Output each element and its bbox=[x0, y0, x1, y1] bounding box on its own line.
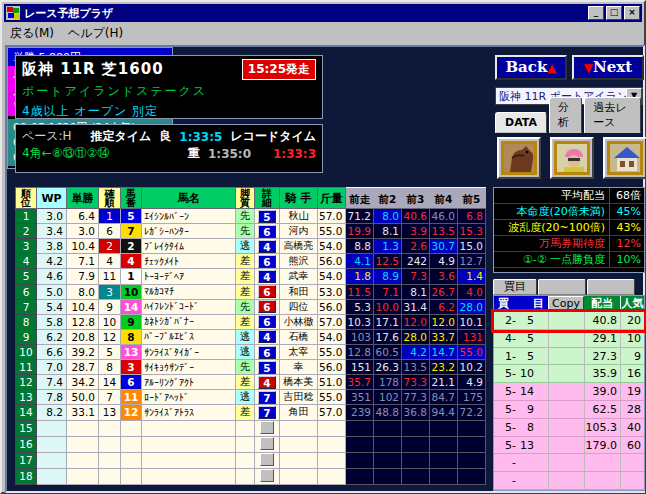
jockey-cell bbox=[280, 420, 318, 436]
tab-kaime[interactable]: 買目 bbox=[493, 279, 537, 295]
stats-row-3: 万馬券期待度12% bbox=[494, 236, 644, 252]
table-row[interactable]: 106.639.2513ｻﾝﾗｲｽﾞﾀｲｶﾞｰ逃6太宰55.012.860.54… bbox=[16, 344, 486, 359]
tab-blank-1[interactable] bbox=[538, 279, 586, 295]
bet-row[interactable]: 5-1035.916 bbox=[494, 365, 644, 383]
detail-button[interactable]: 7 bbox=[258, 391, 276, 404]
empty-cell bbox=[121, 468, 142, 484]
past-5-cell: 4.0 bbox=[458, 284, 486, 299]
past-cell bbox=[374, 452, 402, 468]
detail-button[interactable]: 6 bbox=[258, 255, 276, 268]
close-button[interactable]: × bbox=[624, 6, 640, 20]
table-row[interactable]: 23.43.067ﾚｶﾞｼｰﾊﾝﾀｰ先6河内55.019.98.13.913.5… bbox=[16, 224, 486, 239]
detail-button[interactable]: 6 bbox=[258, 300, 276, 313]
past-1-cell: 12.8 bbox=[346, 344, 374, 359]
minimize-button[interactable]: _ bbox=[588, 6, 604, 20]
bet-ninki: 60 bbox=[620, 437, 644, 454]
detail-button[interactable]: 4 bbox=[258, 270, 276, 283]
detail-button[interactable]: 4 bbox=[258, 240, 276, 253]
bet-row[interactable]: 5-1439.019 bbox=[494, 383, 644, 401]
detail-button[interactable]: 6 bbox=[258, 225, 276, 238]
table-row[interactable]: 13.06.415ｴｲｼﾝﾙﾊﾞｰﾝ先5秋山57.071.28.040.646.… bbox=[16, 209, 486, 224]
weight-cell: 54.0 bbox=[318, 239, 346, 254]
jun-cell: 14 bbox=[99, 375, 121, 390]
detail-button[interactable]: 6 bbox=[258, 285, 276, 298]
leg-cell: 逃 bbox=[236, 239, 255, 254]
bet-row[interactable]: 2-540.820 bbox=[494, 312, 644, 330]
past-2-cell: 1.3 bbox=[374, 239, 402, 254]
umaban-cell: 1 bbox=[121, 269, 142, 284]
app-window: レース予想プラザ _ □ × 戻る(M) ヘルプ(H) 阪神 11R 芝1600… bbox=[0, 0, 646, 494]
bet-ninki: 20 bbox=[620, 312, 644, 329]
tab-blank-2[interactable] bbox=[587, 279, 635, 295]
horse-name-cell: ﾛｰﾄﾞｱﾍｯﾄﾞ bbox=[142, 390, 236, 405]
umaban-cell: 12 bbox=[121, 405, 142, 420]
table-row[interactable]: 85.812.8109ｶﾈﾄｼｶﾞﾊﾞﾅｰ差6小林徹57.010.317.112… bbox=[16, 314, 486, 329]
bet-copy-cell bbox=[548, 401, 584, 418]
rank-cell: 10 bbox=[16, 344, 37, 359]
table-row[interactable]: 148.233.11312ｻﾝﾗｲｽﾞｱﾄﾗｽ差7角田57.023948.836… bbox=[16, 405, 486, 420]
corner-order: 4角←⑧⑬⑪②⑭ bbox=[22, 145, 109, 162]
stable-data-button[interactable] bbox=[603, 137, 646, 179]
menu-back[interactable]: 戻る(M) bbox=[10, 25, 54, 42]
bet-row[interactable]: 1-527.39 bbox=[494, 348, 644, 366]
detail-cell: 4 bbox=[255, 375, 280, 390]
jockey-data-button[interactable] bbox=[550, 137, 594, 179]
past-5-cell: 1.4 bbox=[458, 269, 486, 284]
detail-button[interactable]: 4 bbox=[258, 330, 276, 343]
table-row[interactable]: 44.27.144ﾁｪｯｸﾒｲﾄ差6熊沢56.04.112.52424.912.… bbox=[16, 254, 486, 269]
umaban-cell: 2 bbox=[121, 239, 142, 254]
table-row[interactable]: 117.028.783ｻｲｷｮｳｻﾝﾃﾞｰ先5幸56.015126.313.52… bbox=[16, 360, 486, 375]
empty-cell bbox=[99, 436, 121, 452]
bet-haito bbox=[584, 454, 620, 471]
wp-cell: 8.2 bbox=[37, 405, 67, 420]
back-arrow-icon: ▲ bbox=[547, 61, 556, 75]
detail-button[interactable]: 5 bbox=[258, 210, 276, 223]
rank-cell: 13 bbox=[16, 390, 37, 405]
col-past1: 前走 bbox=[346, 188, 374, 209]
tab-DATA[interactable]: DATA bbox=[495, 112, 547, 133]
odds-cell: 33.1 bbox=[67, 405, 99, 420]
table-row[interactable]: 96.220.8128ﾊﾟｰﾌﾟﾙｴﾋﾞｽ逃4石橋54.010317.628.0… bbox=[16, 329, 486, 344]
jockey-cell: 熊沢 bbox=[280, 254, 318, 269]
back-button[interactable]: Back▲ bbox=[495, 55, 567, 80]
weight-cell: 57.0 bbox=[318, 405, 346, 420]
detail-button[interactable]: 4 bbox=[258, 376, 276, 389]
detail-cell: 5 bbox=[255, 209, 280, 224]
empty-cell bbox=[67, 436, 99, 452]
detail-button[interactable]: 6 bbox=[258, 346, 276, 359]
bet-row[interactable]: 4-529.110 bbox=[494, 330, 644, 348]
detail-cell: 6 bbox=[255, 344, 280, 359]
title-bar[interactable]: レース予想プラザ _ □ × bbox=[4, 4, 642, 22]
detail-button[interactable]: 6 bbox=[258, 315, 276, 328]
tab-過去レース[interactable]: 過去レース bbox=[584, 97, 641, 133]
jun-cell: 6 bbox=[99, 224, 121, 239]
bet-row[interactable]: 5-8105.340 bbox=[494, 419, 644, 437]
bet-row[interactable]: 5-13179.060 bbox=[494, 437, 644, 455]
past-3-cell: 8.1 bbox=[402, 284, 430, 299]
wp-cell: 7.0 bbox=[37, 360, 67, 375]
detail-button[interactable]: 7 bbox=[258, 406, 276, 419]
copy-button[interactable]: Copy bbox=[548, 296, 584, 312]
detail-button[interactable]: 5 bbox=[258, 361, 276, 374]
bet-row[interactable]: - bbox=[494, 472, 644, 490]
past-5-cell: 28.0 bbox=[458, 299, 486, 314]
horse-data-button[interactable] bbox=[497, 137, 541, 179]
detail-button-blank bbox=[260, 469, 274, 482]
stats-value: 10% bbox=[610, 252, 644, 267]
maximize-button[interactable]: □ bbox=[606, 6, 622, 20]
menu-help[interactable]: ヘルプ(H) bbox=[68, 25, 123, 42]
tab-分析[interactable]: 分析 bbox=[549, 97, 582, 133]
table-row[interactable]: 65.08.0310ﾏﾙｶｺﾏﾁ差6和田53.011.57.18.126.74.… bbox=[16, 284, 486, 299]
table-row[interactable]: 75.410.4914ﾊｲﾌﾚﾝﾄﾞｺｰﾄﾞ先6四位56.05.310.031.… bbox=[16, 299, 486, 314]
table-row[interactable]: 127.434.2146ｱﾙｰﾘﾝｸﾞｱｸﾄ差4橋本美51.035.717873… bbox=[16, 375, 486, 390]
bet-row[interactable]: - bbox=[494, 454, 644, 472]
table-row[interactable]: 54.67.9111ﾄｰﾖｰﾃﾞﾍｱ差4武幸54.01.88.97.33.61.… bbox=[16, 269, 486, 284]
stats-label: ①-② 一点勝負度 bbox=[494, 252, 610, 267]
table-row[interactable]: 137.850.0711ﾛｰﾄﾞｱﾍｯﾄﾞ逃7吉田稔55.035110277.3… bbox=[16, 390, 486, 405]
empty-cell bbox=[236, 436, 255, 452]
bet-row[interactable]: 5-962.528 bbox=[494, 401, 644, 419]
next-button[interactable]: ▼Next bbox=[572, 55, 644, 80]
race-info-panel: 阪神 11R 芝1600 15:25発走 ポートアイランドステークス 4歳以上 … bbox=[15, 55, 323, 119]
table-row[interactable]: 33.810.422ﾌﾞﾚｲｸﾀｲﾑ逃4高橋亮54.08.81.32.630.7… bbox=[16, 239, 486, 254]
jun-cell: 1 bbox=[99, 209, 121, 224]
